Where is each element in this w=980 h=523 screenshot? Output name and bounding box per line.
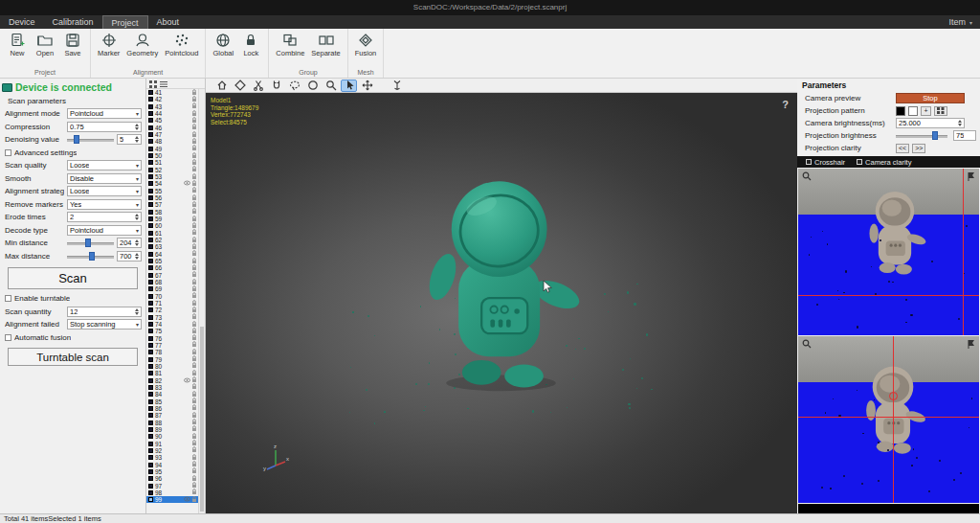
list-item[interactable]: 65 bbox=[146, 258, 198, 264]
item-checkbox[interactable] bbox=[148, 307, 153, 312]
pointcloud-button[interactable]: Pointcloud bbox=[163, 31, 200, 68]
item-checkbox[interactable] bbox=[148, 490, 153, 495]
spinner-arrows-icon[interactable] bbox=[135, 239, 139, 246]
item-checkbox[interactable] bbox=[148, 174, 153, 179]
param-checkbox[interactable] bbox=[5, 334, 11, 341]
camera-clarity-checkbox[interactable]: Camera clarity bbox=[857, 158, 911, 167]
item-checkbox[interactable] bbox=[148, 301, 153, 306]
menu-about[interactable]: About bbox=[148, 15, 189, 29]
separate-button[interactable]: Separate bbox=[309, 31, 342, 68]
list-item[interactable]: 66 bbox=[146, 264, 198, 271]
spinner-control[interactable]: 0.75 bbox=[67, 122, 142, 132]
item-checkbox[interactable] bbox=[148, 350, 153, 354]
turntable-scan-button[interactable]: Turntable scan bbox=[8, 348, 138, 366]
list-item[interactable]: 44 bbox=[146, 110, 198, 117]
item-checkbox[interactable] bbox=[148, 111, 153, 116]
slider-handle[interactable] bbox=[85, 239, 91, 247]
list-item[interactable]: 60 bbox=[146, 222, 198, 229]
spinner-control[interactable]: 5 bbox=[117, 134, 142, 145]
item-checkbox[interactable] bbox=[148, 329, 153, 333]
scan-button[interactable]: Scan bbox=[8, 267, 138, 289]
viewport-3d[interactable]: Model1 Triangle:1489679 Vertex:772743 Se… bbox=[206, 79, 797, 513]
home-view-icon[interactable] bbox=[213, 80, 230, 92]
slider-control[interactable] bbox=[67, 134, 114, 145]
list-item[interactable]: 82 bbox=[146, 376, 198, 383]
item-checkbox[interactable] bbox=[148, 448, 153, 453]
scrollbar-thumb[interactable] bbox=[200, 327, 204, 512]
item-checkbox[interactable] bbox=[148, 385, 153, 390]
item-checkbox[interactable] bbox=[148, 497, 153, 502]
list-item[interactable]: 87 bbox=[146, 412, 198, 419]
list-item[interactable]: 59 bbox=[146, 216, 198, 222]
item-checkbox[interactable] bbox=[148, 469, 153, 474]
list-item[interactable]: 68 bbox=[146, 279, 198, 285]
item-checkbox[interactable] bbox=[148, 153, 153, 158]
item-checkbox[interactable] bbox=[148, 181, 153, 186]
lasso-select-icon[interactable] bbox=[286, 80, 302, 92]
list-item[interactable]: 69 bbox=[146, 285, 198, 292]
spinner-arrows[interactable] bbox=[958, 120, 962, 126]
item-checkbox[interactable] bbox=[148, 223, 153, 228]
item-checkbox[interactable] bbox=[148, 476, 153, 481]
item-checkbox[interactable] bbox=[148, 147, 153, 151]
list-scrollbar[interactable] bbox=[198, 89, 205, 513]
list-item[interactable]: 86 bbox=[146, 405, 198, 412]
item-checkbox[interactable] bbox=[148, 104, 153, 109]
item-checkbox[interactable] bbox=[148, 371, 153, 375]
item-checkbox[interactable] bbox=[148, 202, 153, 207]
list-item[interactable]: 92 bbox=[146, 447, 198, 454]
magnifier-icon[interactable] bbox=[802, 171, 812, 183]
list-item[interactable]: 97 bbox=[146, 482, 198, 489]
pan-icon[interactable] bbox=[359, 80, 375, 92]
pattern-white-swatch[interactable] bbox=[908, 106, 918, 116]
item-checkbox[interactable] bbox=[148, 434, 153, 439]
list-item[interactable]: 49 bbox=[146, 146, 198, 152]
list-item[interactable]: 46 bbox=[146, 125, 198, 131]
slider-control[interactable] bbox=[67, 251, 114, 262]
item-checkbox[interactable] bbox=[148, 195, 153, 200]
list-item[interactable]: 74 bbox=[146, 321, 198, 328]
spinner-control[interactable]: 700 bbox=[117, 251, 142, 262]
save-button[interactable]: Save bbox=[60, 31, 85, 68]
list-item[interactable]: 41 bbox=[146, 89, 198, 96]
item-checkbox[interactable] bbox=[148, 259, 153, 263]
open-button[interactable]: Open bbox=[33, 31, 57, 68]
projection-brightness-slider[interactable] bbox=[896, 130, 947, 141]
item-checkbox[interactable] bbox=[148, 132, 153, 137]
marker-button[interactable]: Marker bbox=[96, 31, 122, 68]
list-item[interactable]: 55 bbox=[146, 188, 198, 194]
item-checkbox[interactable] bbox=[148, 125, 153, 130]
camera-preview-top[interactable] bbox=[798, 169, 979, 335]
pin-icon[interactable] bbox=[968, 339, 975, 351]
param-checkbox[interactable] bbox=[5, 149, 11, 156]
list-item[interactable]: 95 bbox=[146, 468, 198, 475]
item-checkbox[interactable] bbox=[148, 160, 153, 165]
select-arrow-icon[interactable] bbox=[341, 80, 357, 92]
item-checkbox[interactable] bbox=[148, 413, 153, 418]
spinner-arrows-icon[interactable] bbox=[135, 214, 139, 220]
spinner-control[interactable]: 2 bbox=[67, 212, 142, 222]
item-checkbox[interactable] bbox=[148, 280, 153, 284]
item-checkbox[interactable] bbox=[148, 378, 153, 383]
item-checkbox[interactable] bbox=[148, 294, 153, 299]
select-control[interactable]: Pointcloud▾ bbox=[67, 108, 142, 119]
item-checkbox[interactable] bbox=[148, 343, 153, 348]
list-item[interactable]: 67 bbox=[146, 272, 198, 279]
clarity-decrease-button[interactable]: << bbox=[896, 144, 909, 153]
lock-button[interactable]: Lock bbox=[238, 31, 263, 68]
list-item[interactable]: 99 bbox=[146, 496, 198, 503]
list-item[interactable]: 48 bbox=[146, 138, 198, 145]
list-item[interactable]: 56 bbox=[146, 194, 198, 201]
list-item[interactable]: 78 bbox=[146, 349, 198, 355]
item-checkbox[interactable] bbox=[148, 406, 153, 411]
pattern-black-swatch[interactable] bbox=[896, 106, 905, 116]
geometry-button[interactable]: Geometry bbox=[124, 31, 160, 68]
spinner-arrows-icon[interactable] bbox=[135, 308, 139, 315]
list-item[interactable]: 88 bbox=[146, 419, 198, 425]
eye-icon[interactable] bbox=[184, 180, 190, 187]
list-item[interactable]: 54 bbox=[146, 180, 198, 187]
select-control[interactable]: Disable▾ bbox=[67, 173, 142, 184]
item-checkbox[interactable] bbox=[148, 455, 153, 460]
cut-icon[interactable] bbox=[250, 80, 266, 92]
global-button[interactable]: Global bbox=[211, 31, 235, 68]
